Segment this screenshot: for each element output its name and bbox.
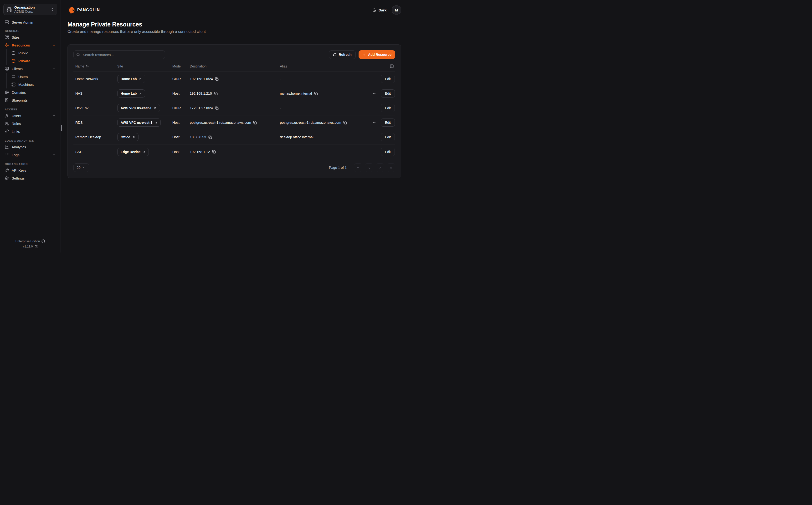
last-page-button[interactable] — [387, 163, 395, 172]
sidebar-item-resources[interactable]: Resources — [3, 41, 57, 49]
copy-icon[interactable] — [314, 92, 318, 96]
sidebar-item-analytics[interactable]: Analytics — [3, 143, 57, 151]
sort-icon[interactable] — [86, 64, 89, 68]
copy-icon[interactable] — [215, 77, 219, 81]
resource-mode: CIDR — [171, 106, 188, 110]
sidebar-item-settings[interactable]: Settings — [3, 174, 57, 182]
copy-icon[interactable] — [215, 106, 219, 110]
arrow-up-right-icon — [154, 121, 157, 124]
edit-button[interactable]: Edit — [381, 119, 395, 127]
site-link-button[interactable]: Edge Device — [117, 148, 149, 156]
sidebar-item-api-keys[interactable]: API Keys — [3, 166, 57, 174]
resource-alias: - — [278, 77, 362, 81]
edit-button[interactable]: Edit — [381, 133, 395, 141]
brand-link[interactable]: PANGOLIN — [67, 6, 100, 14]
copy-icon[interactable] — [343, 121, 347, 125]
edit-button[interactable]: Edit — [381, 104, 395, 112]
building-icon — [6, 7, 12, 12]
sidebar-item-logs[interactable]: Logs — [3, 151, 57, 159]
chevrons-up-down-icon — [50, 8, 54, 11]
sidebar-item-server-admin[interactable]: Server Admin — [3, 18, 57, 26]
avatar-initial: M — [395, 8, 398, 12]
resource-mode: Host — [171, 150, 188, 154]
sidebar-item-links[interactable]: Links — [3, 128, 57, 135]
server-icon — [11, 82, 15, 87]
sidebar-item-clients[interactable]: Clients — [3, 65, 57, 73]
chevron-down-icon[interactable] — [52, 153, 56, 157]
copy-icon[interactable] — [208, 135, 212, 139]
chevron-down-icon[interactable] — [52, 114, 56, 118]
sidebar: Organization ACME Corp. Server Admin GEN… — [0, 0, 61, 252]
github-icon[interactable] — [41, 239, 45, 243]
sidebar-item-blueprints[interactable]: Blueprints — [3, 96, 57, 104]
resource-name: Dev Env — [73, 106, 116, 110]
site-link-button[interactable]: Office — [117, 133, 139, 141]
chevron-up-icon[interactable] — [52, 67, 56, 70]
previous-page-button[interactable] — [365, 163, 373, 172]
link-icon — [5, 130, 9, 134]
sidebar-item-public[interactable]: Public — [10, 49, 57, 57]
row-menu-button[interactable] — [372, 150, 377, 154]
refresh-label: Refresh — [339, 53, 352, 56]
version-label[interactable]: v1.13.0 — [23, 245, 33, 248]
site-link-button[interactable]: Home Lab — [117, 75, 145, 83]
row-menu-button[interactable] — [372, 106, 377, 111]
edit-button[interactable]: Edit — [381, 148, 395, 156]
waypoints-icon — [5, 43, 9, 47]
sidebar-scrollbar-thumb[interactable] — [61, 125, 62, 131]
resource-alias: mynas.home.internal — [280, 92, 312, 96]
pangolin-logo-icon — [67, 6, 75, 14]
table-header: Name Site Mode Destination Alias — [73, 61, 395, 72]
copy-icon[interactable] — [214, 92, 218, 96]
sidebar-item-machines[interactable]: Machines — [10, 80, 57, 89]
chevron-up-icon[interactable] — [52, 43, 56, 47]
row-menu-button[interactable] — [372, 120, 377, 125]
sidebar-item-label: Server Admin — [12, 20, 33, 24]
sidebar-item-client-users[interactable]: Users — [10, 73, 57, 80]
theme-toggle[interactable]: Dark — [372, 8, 386, 12]
sidebar-item-sites[interactable]: Sites — [3, 33, 57, 41]
chevron-down-icon — [83, 166, 86, 169]
sidebar-item-domains[interactable]: Domains — [3, 89, 57, 96]
next-page-button[interactable] — [376, 163, 384, 172]
table-row: NAS Home Lab Host 192.168.1.210 mynas.ho… — [73, 86, 395, 101]
resource-mode: Host — [171, 92, 188, 96]
refresh-button[interactable]: Refresh — [329, 50, 356, 59]
avatar[interactable]: M — [392, 5, 401, 15]
copy-icon[interactable] — [212, 150, 216, 154]
sidebar-item-label: Roles — [12, 122, 21, 126]
search-input[interactable] — [73, 50, 165, 59]
arrow-up-right-icon — [142, 150, 146, 153]
resource-destination: 172.31.27.0/24 — [190, 106, 213, 110]
edit-button[interactable]: Edit — [381, 75, 395, 83]
sidebar-item-users[interactable]: Users — [3, 112, 57, 120]
sidebar-item-private[interactable]: Private — [10, 57, 57, 65]
plus-icon — [362, 53, 366, 56]
resources-card: Refresh Add Resource Name Site Mode Dest… — [67, 44, 401, 178]
page-size-select[interactable]: 20 — [73, 163, 89, 172]
site-link-button[interactable]: AWS VPC us-west-1 — [117, 119, 161, 127]
sidebar-item-label: API Keys — [12, 168, 26, 172]
sidebar-item-roles[interactable]: Roles — [3, 120, 57, 128]
topbar: PANGOLIN Dark M — [67, 5, 401, 15]
add-resource-label: Add Resource — [368, 53, 391, 56]
sidebar-nav: Server Admin GENERAL Sites Resources Pub… — [3, 18, 57, 182]
row-menu-button[interactable] — [372, 135, 377, 140]
monitor-up-icon — [5, 67, 9, 71]
site-link-button[interactable]: AWS VPC us-east-1 — [117, 104, 160, 112]
add-resource-button[interactable]: Add Resource — [359, 50, 395, 59]
sidebar-item-label: Machines — [18, 82, 34, 87]
columns-icon[interactable] — [390, 64, 395, 68]
section-label-organization: ORGANIZATION — [5, 163, 56, 165]
site-link-button[interactable]: Home Lab — [117, 90, 145, 98]
row-menu-button[interactable] — [372, 91, 377, 96]
external-link-icon[interactable] — [35, 245, 38, 248]
first-page-button[interactable] — [354, 163, 362, 172]
edit-button[interactable]: Edit — [381, 90, 395, 98]
row-menu-button[interactable] — [372, 76, 377, 81]
copy-icon[interactable] — [253, 121, 257, 125]
org-switcher[interactable]: Organization ACME Corp. — [3, 4, 57, 15]
edition-label: Enterprise Edition — [15, 239, 40, 243]
sidebar-item-label: Clients — [12, 67, 23, 71]
site-name: AWS VPC us-west-1 — [121, 121, 152, 125]
